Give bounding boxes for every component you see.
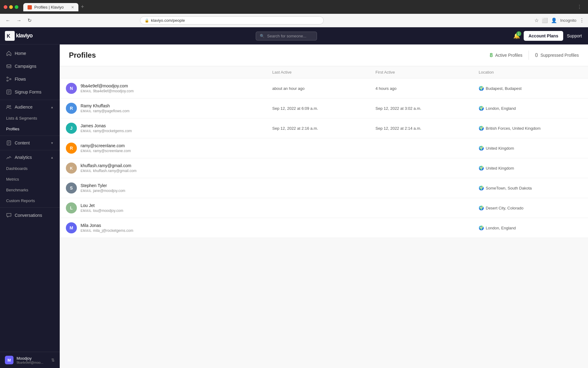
workspace-switcher[interactable]: M Moodjoy 9ba4e9ef@moo... ⇅: [0, 352, 60, 368]
lock-icon: 🔒: [145, 18, 149, 23]
refresh-button[interactable]: ↻: [26, 16, 33, 25]
profile-cell: R Ramy Khuffash EMAIL ramy@pageflows.com: [66, 103, 272, 114]
email-value: lou@moodjoy.com: [93, 209, 123, 213]
klaviyo-logo[interactable]: K klaviyo: [5, 31, 32, 41]
back-button[interactable]: ←: [4, 17, 12, 25]
active-profiles-label: Active Profiles: [495, 53, 522, 58]
analytics-icon: [6, 155, 12, 160]
sidebar-item-home[interactable]: Home: [0, 47, 60, 60]
email-value: ramy@rocketgems.com: [93, 129, 132, 133]
sidebar-item-signup-forms[interactable]: Signup Forms: [0, 86, 60, 98]
email-type-label: EMAIL: [81, 189, 92, 193]
signup-forms-label: Signup Forms: [15, 90, 41, 94]
signup-forms-icon: [6, 89, 12, 95]
audience-label: Audience: [15, 105, 32, 109]
sidebar-section-content[interactable]: Content ▼: [0, 137, 60, 149]
sidebar-item-benchmarks[interactable]: Benchmarks: [0, 185, 60, 195]
email-value: mila_j@rocketgems.com: [93, 228, 134, 233]
sidebar-item-conversations[interactable]: Conversations: [0, 209, 60, 222]
stat-divider: [529, 51, 529, 60]
location-cell: 🌍United Kingdom: [479, 146, 582, 151]
table-row[interactable]: M Mila Jonas EMAIL mila_j@rocketgems.com…: [60, 218, 588, 238]
globe-icon: 🌍: [479, 205, 484, 210]
avatar: L: [66, 202, 77, 213]
home-label: Home: [15, 51, 26, 56]
table-row[interactable]: R Ramy Khuffash EMAIL ramy@pageflows.com…: [60, 98, 588, 118]
profile-info: James Jonas EMAIL ramy@rocketgems.com: [81, 123, 132, 133]
email-type-label: EMAIL: [81, 149, 92, 153]
maximize-window-button[interactable]: [15, 5, 18, 9]
table-row[interactable]: J James Jonas EMAIL ramy@rocketgems.com …: [60, 118, 588, 138]
close-window-button[interactable]: [4, 5, 7, 9]
minimize-window-button[interactable]: [9, 5, 13, 9]
sidebar-section-audience[interactable]: Audience ▲: [0, 101, 60, 113]
tab-close-button[interactable]: ✕: [71, 5, 74, 10]
notification-button[interactable]: 🔔 1: [513, 33, 520, 39]
email-type-label: EMAIL: [81, 169, 92, 173]
table-header: Last Active First Active Location: [60, 66, 588, 79]
profile-cell: L Lou Jet EMAIL lou@moodjoy.com: [66, 202, 272, 213]
profile-icon[interactable]: 👤: [551, 17, 557, 23]
table-row[interactable]: L Lou Jet EMAIL lou@moodjoy.com 🌍Desert …: [60, 198, 588, 218]
sidebar-item-campaigns[interactable]: Campaigns: [0, 60, 60, 73]
account-plans-button[interactable]: Account Plans: [524, 31, 563, 41]
active-tab[interactable]: Profiles | Klaviyo ✕: [23, 3, 78, 11]
table-row[interactable]: S Stephen Tyler EMAIL jane@moodjoy.com 🌍…: [60, 178, 588, 198]
svg-point-5: [7, 80, 8, 81]
svg-point-4: [10, 79, 11, 80]
lists-segments-label: Lists & Segments: [6, 116, 37, 121]
sidebar-item-profiles[interactable]: Profiles: [0, 124, 60, 134]
bookmark-icon[interactable]: ☆: [534, 17, 539, 23]
last-active-cell: Sep 12, 2022 at 6:09 a.m.: [272, 106, 375, 111]
search-placeholder: Search for someone...: [267, 34, 306, 38]
location-cell: 🌍Desert City, Colorado: [479, 205, 582, 210]
menu-icon[interactable]: ⋮: [579, 17, 584, 23]
profile-name: khuffash.ramy@gmail.com: [81, 163, 137, 168]
sidebar-bottom: M Moodjoy 9ba4e9ef@moo... ⇅: [0, 352, 60, 368]
search-box[interactable]: 🔍 Search for someone...: [256, 32, 317, 40]
avatar: J: [66, 123, 77, 134]
email-type-label: EMAIL: [81, 229, 92, 232]
address-bar[interactable]: 🔒 klaviyo.com/people: [140, 16, 324, 25]
location-text: SomeTown, South Dakota: [486, 186, 532, 190]
browser-toolbar: ← → ↻ 🔒 klaviyo.com/people ☆ ⬜ 👤 Incogni…: [0, 14, 588, 27]
top-nav: 🔍 Search for someone... 🔔 1 Account Plan…: [60, 27, 588, 44]
support-button[interactable]: Support: [567, 33, 582, 38]
location-text: British Forces, United Kingdom: [486, 126, 541, 131]
table-row[interactable]: N 9ba4e9ef@moodjoy.com EMAIL 9ba4e9ef@mo…: [60, 79, 588, 98]
new-tab-button[interactable]: +: [78, 2, 87, 11]
sidebar-item-flows[interactable]: Flows: [0, 73, 60, 86]
sidebar-section-analytics[interactable]: Analytics ▲: [0, 151, 60, 163]
search-icon: 🔍: [260, 34, 265, 38]
nav-right: 🔔 1 Account Plans Support: [513, 31, 582, 41]
app-container: K klaviyo Home Campaigns: [0, 27, 588, 368]
profile-name: Ramy Khuffash: [81, 103, 130, 108]
header-stats: 8 Active Profiles 0 Suppressed Profiles: [490, 51, 579, 60]
profile-name: James Jonas: [81, 123, 132, 128]
logo-icon: K: [5, 31, 15, 41]
analytics-chevron: ▲: [51, 156, 54, 159]
sidebar-item-dashboards[interactable]: Dashboards: [0, 163, 60, 174]
profile-email-row: EMAIL jane@moodjoy.com: [81, 189, 125, 193]
svg-point-3: [7, 77, 8, 78]
suppressed-profiles-label: Suppressed Profiles: [541, 53, 579, 58]
profile-email-row: EMAIL ramy@rocketgems.com: [81, 129, 132, 133]
profile-name: Mila Jonas: [81, 223, 133, 228]
profile-cell: K khuffash.ramy@gmail.com EMAIL khuffash…: [66, 163, 272, 174]
profile-cell: S Stephen Tyler EMAIL jane@moodjoy.com: [66, 182, 272, 194]
col-last-active-header: Last Active: [272, 70, 375, 75]
profile-email-row: EMAIL mila_j@rocketgems.com: [81, 228, 133, 233]
globe-icon: 🌍: [479, 126, 484, 131]
campaigns-icon: [6, 63, 12, 69]
active-profiles-count: 8: [490, 52, 493, 59]
sidebar-item-lists-segments[interactable]: Lists & Segments: [0, 113, 60, 124]
email-value: khuffash.ramy@gmail.com: [93, 169, 137, 173]
sidebar-item-custom-reports[interactable]: Custom Reports: [0, 195, 60, 206]
sidebar-item-metrics[interactable]: Metrics: [0, 174, 60, 185]
table-row[interactable]: R ramy@screenlane.com EMAIL ramy@screenl…: [60, 138, 588, 158]
table-row[interactable]: K khuffash.ramy@gmail.com EMAIL khuffash…: [60, 158, 588, 178]
location-text: London, England: [486, 226, 516, 230]
extensions-icon[interactable]: ⬜: [542, 17, 548, 23]
toolbar-right: ☆ ⬜ 👤 Incognito ⋮: [534, 17, 584, 23]
forward-button[interactable]: →: [15, 17, 23, 25]
